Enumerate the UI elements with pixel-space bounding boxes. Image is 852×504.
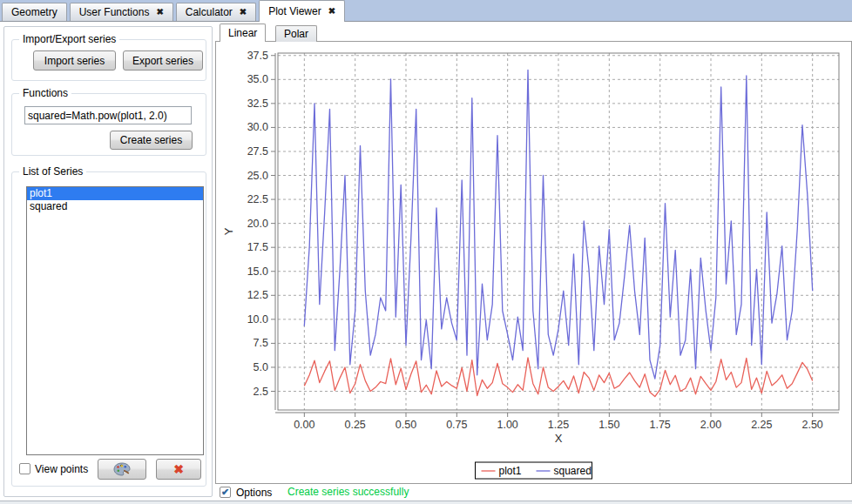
tab-label: Calculator: [186, 6, 233, 18]
plot-viewer-window: GeometryUser Functions✖Calculator✖Plot V…: [0, 0, 852, 504]
status-bar: ✔ Options Create series successfully: [215, 484, 850, 501]
sidebar: Import/Export series Import series Expor…: [3, 26, 213, 497]
series-listbox[interactable]: plot1squared: [26, 186, 204, 455]
import-export-title: Import/Export series: [19, 33, 119, 45]
create-series-button[interactable]: Create series: [110, 131, 193, 150]
plot-tab-polar[interactable]: Polar: [275, 25, 317, 42]
y-tick-label: 30.0: [247, 121, 268, 133]
view-points-label: View points: [35, 463, 88, 475]
x-tick-label: 1.50: [598, 419, 619, 431]
tab-plot-viewer[interactable]: Plot Viewer✖: [259, 0, 345, 22]
options-label: Options: [236, 487, 272, 499]
x-tick-label: 0.00: [294, 419, 314, 431]
close-icon[interactable]: ✖: [328, 7, 335, 16]
y-tick-label: 12.5: [247, 289, 268, 301]
x-tick-label: 1.00: [497, 419, 517, 431]
x-tick-label: 1.75: [649, 419, 670, 431]
main-tab-bar: GeometryUser Functions✖Calculator✖Plot V…: [0, 0, 852, 22]
functions-groupbox: Functions Create series: [11, 93, 206, 156]
y-tick-label: 35.0: [247, 73, 268, 85]
series-color-button[interactable]: [98, 459, 146, 480]
tab-calculator[interactable]: Calculator✖: [176, 3, 256, 21]
options-checkbox[interactable]: ✔: [220, 487, 231, 498]
series-list-item[interactable]: squared: [27, 200, 203, 213]
delete-x-icon: ✖: [173, 462, 184, 476]
close-icon[interactable]: ✖: [240, 8, 247, 17]
y-tick-label: 27.5: [247, 145, 268, 158]
y-tick-label: 37.5: [247, 50, 268, 62]
palette-icon: [113, 462, 131, 476]
y-tick-label: 5.0: [254, 361, 268, 373]
y-tick-label: 10.0: [247, 313, 268, 326]
y-tick-label: 17.5: [247, 241, 268, 253]
series-list-item[interactable]: plot1: [27, 187, 203, 200]
x-tick-label: 2.25: [751, 419, 772, 431]
x-tick-label: 0.25: [344, 419, 365, 431]
y-tick-label: 22.5: [247, 193, 268, 205]
plot-tab-linear[interactable]: Linear: [220, 24, 266, 42]
legend-label-squared: squared: [554, 465, 592, 477]
tab-user-functions[interactable]: User Functions✖: [70, 3, 173, 21]
tab-label: Plot Viewer: [268, 5, 321, 17]
tab-label: Geometry: [11, 6, 57, 18]
y-tick-label: 2.5: [254, 386, 268, 398]
series-list-groupbox: List of Series plot1squared View points …: [11, 171, 206, 487]
window-bottom-edge: [0, 501, 852, 504]
delete-series-button[interactable]: ✖: [156, 459, 201, 480]
y-tick-label: 7.5: [254, 337, 268, 349]
y-tick-label: 32.5: [247, 97, 268, 110]
functions-title: Functions: [19, 87, 71, 99]
y-tick-label: 25.0: [247, 170, 268, 182]
x-tick-label: 1.25: [548, 419, 569, 431]
x-axis-title: X: [555, 432, 563, 445]
x-tick-label: 0.50: [396, 419, 416, 431]
chart-panel: 2.55.07.510.012.515.017.520.022.525.027.…: [215, 41, 852, 484]
export-series-button[interactable]: Export series: [123, 50, 203, 71]
close-icon[interactable]: ✖: [156, 8, 163, 17]
tab-geometry[interactable]: Geometry: [2, 3, 67, 21]
x-tick-label: 2.50: [801, 419, 822, 431]
x-tick-label: 2.00: [700, 419, 721, 431]
series-list-title: List of Series: [19, 165, 86, 178]
legend-label-plot1: plot1: [499, 465, 522, 477]
y-tick-label: 20.0: [247, 218, 268, 230]
chart: 2.55.07.510.012.515.017.520.022.525.027.…: [216, 42, 851, 483]
import-series-button[interactable]: Import series: [33, 50, 116, 71]
tab-label: User Functions: [79, 6, 150, 18]
y-axis-title: Y: [222, 227, 235, 235]
status-message: Create series successfully: [287, 486, 409, 498]
x-tick-label: 0.75: [446, 419, 467, 431]
view-points-checkbox[interactable]: [19, 463, 30, 474]
y-tick-label: 15.0: [247, 265, 268, 278]
function-input[interactable]: [24, 106, 192, 124]
import-export-groupbox: Import/Export series Import series Expor…: [11, 39, 206, 81]
